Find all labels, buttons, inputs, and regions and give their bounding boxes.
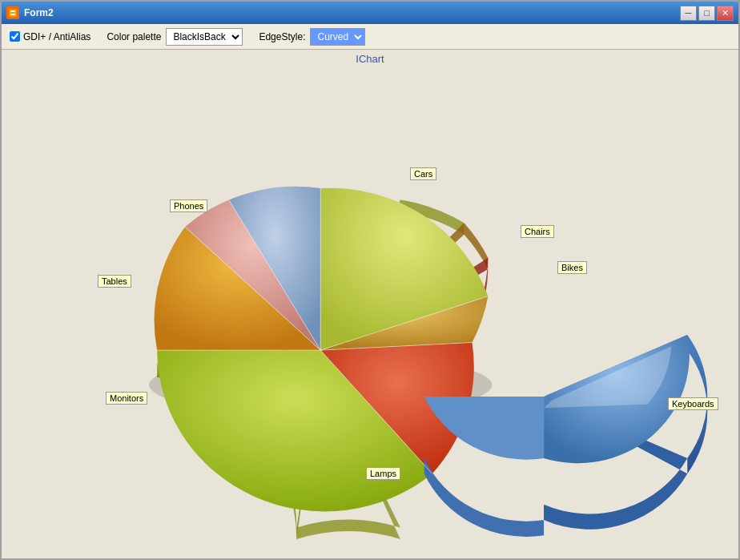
color-palette-select[interactable]: BlackIsBack Default Pastel Fire <box>166 28 243 46</box>
edge-style-label: EdgeStyle: <box>259 31 305 42</box>
maximize-button[interactable]: □ <box>698 6 715 21</box>
color-palette-group: Color palette BlackIsBack Default Pastel… <box>107 28 243 46</box>
title-bar-left: Form2 <box>6 6 54 19</box>
label-keyboards: Keyboards <box>668 397 718 410</box>
app-icon <box>6 6 19 19</box>
gdi-checkbox[interactable] <box>10 31 20 42</box>
main-window: Form2 ─ □ ✕ GDI+ / AntiAlias Color palet… <box>0 0 740 560</box>
label-chairs: Chairs <box>521 225 554 238</box>
pie-chart <box>2 65 738 558</box>
chart-area: Cars Chairs Bikes Keyboards Lamps Monito… <box>2 65 738 558</box>
label-tables: Tables <box>98 275 131 288</box>
content-area: IChart <box>2 50 738 558</box>
gdi-label: GDI+ / AntiAlias <box>23 31 90 42</box>
window-controls: ─ □ ✕ <box>680 6 734 21</box>
minimize-button[interactable]: ─ <box>680 6 697 21</box>
svg-rect-0 <box>9 9 17 17</box>
label-cars: Cars <box>410 167 436 180</box>
chart-title: IChart <box>2 50 738 65</box>
svg-rect-1 <box>10 10 15 12</box>
toolbar: GDI+ / AntiAlias Color palette BlackIsBa… <box>2 24 738 50</box>
close-button[interactable]: ✕ <box>717 6 734 21</box>
color-palette-label: Color palette <box>107 31 161 42</box>
gdi-checkbox-label[interactable]: GDI+ / AntiAlias <box>10 31 90 42</box>
title-bar: Form2 ─ □ ✕ <box>2 2 738 24</box>
label-phones: Phones <box>170 199 207 212</box>
edge-style-group: EdgeStyle: Curved Sharp None <box>259 28 365 46</box>
label-lamps: Lamps <box>366 467 400 480</box>
edge-style-select[interactable]: Curved Sharp None <box>310 28 365 46</box>
label-monitors: Monitors <box>106 392 147 405</box>
window-title: Form2 <box>24 7 54 18</box>
label-bikes: Bikes <box>557 261 587 274</box>
svg-rect-2 <box>10 14 15 15</box>
